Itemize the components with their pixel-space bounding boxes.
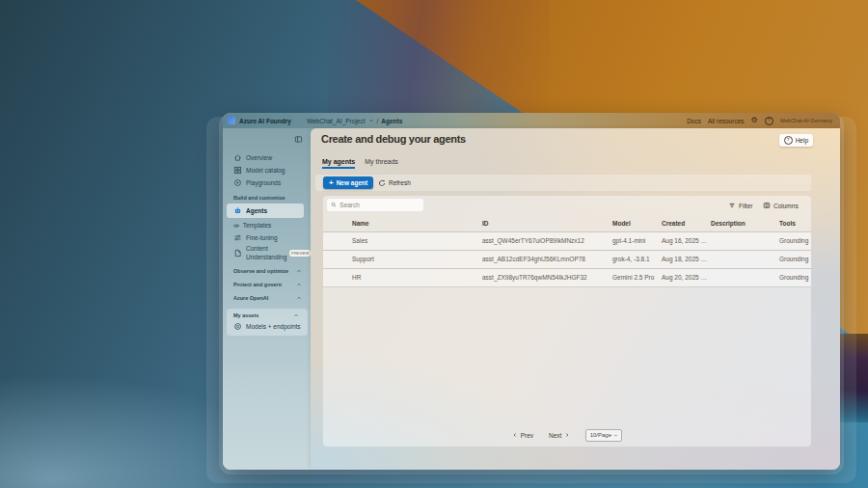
new-agent-button[interactable]: + New agent [323, 176, 373, 189]
next-page-button[interactable]: Next [549, 432, 570, 439]
chevron-down-icon [613, 433, 618, 438]
breadcrumb-project[interactable]: WebChat_AI_Project [307, 118, 366, 124]
sidebar-item-label: Content Understanding [246, 245, 285, 260]
sidebar-section-build-and-customize: Build and customize [223, 193, 311, 203]
code-icon: </> [233, 223, 239, 229]
agent-name: Sales [352, 232, 367, 250]
document-icon [233, 249, 242, 258]
breadcrumb: WebChat_AI_Project / Agents [307, 118, 402, 124]
page-title: Create and debug your agents [321, 133, 466, 145]
sidebar-nav: Overview Model catalog Playgrounds Build… [223, 151, 311, 336]
all-resources-link[interactable]: All resources [708, 118, 745, 124]
top-bar-right: Docs All resources ⚙ ? WebChat-AI-German… [687, 117, 840, 125]
sidebar-item-templates[interactable]: </> Templates [223, 219, 311, 231]
agent-id: asst_ZX98yuTR76qwMN54IkJHGF32 [482, 269, 587, 286]
chevron-right-icon [564, 432, 570, 438]
chevron-down-icon[interactable] [368, 118, 374, 123]
sidebar-item-playgrounds[interactable]: Playgrounds [223, 176, 311, 189]
table-row[interactable]: HR asst_ZX98yuTR76qwMN54IkJHGF32 Gemini … [323, 269, 811, 287]
collapse-sidebar-icon[interactable] [294, 135, 303, 144]
app-window: Azure AI Foundry WebChat_AI_Project / Ag… [223, 113, 840, 470]
refresh-button[interactable]: Refresh [378, 176, 411, 189]
sidebar-item-label: Agents [246, 207, 267, 214]
agent-model: Gemini 2.5 Pro [612, 269, 654, 286]
home-icon [233, 153, 242, 162]
chevron-left-icon [512, 432, 518, 438]
docs-link[interactable]: Docs [687, 118, 701, 124]
search-box[interactable] [327, 199, 423, 211]
app-name: Azure AI Foundry [239, 118, 291, 124]
preview-badge: PREVIEW [289, 250, 311, 257]
agent-name: HR [352, 269, 361, 286]
screen: Azure AI Foundry WebChat_AI_Project / Ag… [0, 0, 868, 488]
sidebar-item-overview[interactable]: Overview [223, 151, 311, 164]
agent-tools: Grounding [779, 232, 808, 250]
column-header-tools: Tools [779, 217, 796, 230]
agents-table-card: Filter Columns Name ID Model Created Des… [323, 196, 811, 447]
chevron-up-icon [296, 295, 302, 301]
settings-gear-icon[interactable]: ⚙ [751, 117, 758, 124]
sidebar-item-label: Templates [243, 222, 272, 229]
breadcrumb-page: Agents [381, 118, 402, 124]
sidebar-item-label: Fine-tuning [246, 234, 278, 241]
table-row[interactable]: Support asst_AB12cdEF34ghIJ56KLmnOP78 gr… [323, 251, 811, 268]
chevron-up-icon [293, 312, 299, 318]
sidebar: Overview Model catalog Playgrounds Build… [223, 128, 311, 470]
sidebar-item-label: Models + endpoints [246, 323, 301, 330]
breadcrumb-separator: / [377, 118, 379, 124]
tab-bar: My agents My threads [322, 158, 398, 169]
sidebar-section-observe-and-optimize[interactable]: Observe and optimize [223, 266, 311, 276]
sidebar-item-label: Model catalog [246, 167, 285, 174]
table-header-row: Name ID Model Created Description Tools [323, 217, 811, 230]
prev-page-button[interactable]: Prev [512, 432, 533, 439]
models-endpoints-icon [233, 322, 242, 331]
agent-tools: Grounding [779, 251, 808, 268]
filter-icon [728, 202, 736, 209]
search-icon [331, 202, 337, 208]
table-row[interactable]: Sales asst_QW45erTY67uiOP89IkMNzx12 gpt-… [323, 232, 811, 250]
catalog-grid-icon [233, 166, 242, 175]
sidebar-item-label: Overview [246, 154, 272, 161]
sidebar-section-azure-openai[interactable]: Azure OpenAI [223, 293, 311, 303]
agent-model: grok-4, -3.8.1 [612, 251, 650, 268]
columns-icon [763, 202, 771, 209]
column-header-description: Description [711, 217, 746, 230]
tab-my-agents[interactable]: My agents [322, 158, 355, 169]
chevron-up-icon [296, 282, 302, 287]
playground-play-icon [233, 178, 242, 187]
agent-id: asst_QW45erTY67uiOP89IkMNzx12 [482, 232, 584, 250]
sidebar-section-protect-and-govern[interactable]: Protect and govern [223, 280, 311, 289]
columns-button[interactable]: Columns [763, 200, 799, 211]
chevron-up-icon [296, 268, 302, 274]
page-size-select[interactable]: 10/Page [585, 429, 622, 442]
sidebar-item-models-endpoints[interactable]: Models + endpoints [227, 320, 308, 333]
agent-created: Aug 16, 2025 … [662, 232, 707, 250]
agent-id: asst_AB12cdEF34ghIJ56KLmnOP78 [482, 251, 585, 268]
tab-my-threads[interactable]: My threads [365, 158, 398, 169]
help-circle-icon[interactable]: ? [765, 117, 773, 125]
main-panel: Create and debug your agents ? Help My a… [311, 128, 840, 470]
filter-button[interactable]: Filter [728, 200, 752, 211]
column-header-name: Name [352, 217, 369, 230]
agent-robot-icon [233, 206, 242, 215]
agent-tools: Grounding [779, 269, 808, 286]
sliders-icon [233, 233, 242, 242]
help-button[interactable]: ? Help [779, 134, 813, 147]
azure-ai-foundry-logo-icon [228, 117, 235, 124]
top-bar: Azure AI Foundry WebChat_AI_Project / Ag… [223, 113, 840, 128]
agent-name: Support [352, 251, 374, 268]
sidebar-item-model-catalog[interactable]: Model catalog [223, 164, 311, 176]
wallpaper-purple-band [328, 0, 550, 116]
sidebar-section-my-assets[interactable]: My assets [227, 311, 308, 320]
account-label[interactable]: WebChat-AI-Germany [780, 118, 832, 123]
search-input[interactable] [339, 202, 420, 208]
agent-created: Aug 18, 2025 … [662, 251, 707, 268]
agent-created: Aug 20, 2025 … [662, 269, 707, 286]
agent-model: gpt-4.1-mini [612, 232, 645, 250]
sidebar-item-agents[interactable]: Agents [227, 203, 304, 218]
plus-icon: + [329, 179, 334, 187]
sidebar-item-fine-tuning[interactable]: Fine-tuning [223, 231, 311, 244]
my-assets-group: My assets Models + endpoints [227, 309, 308, 336]
column-header-model: Model [612, 217, 631, 230]
sidebar-item-content-understanding[interactable]: Content Understanding PREVIEW [223, 244, 311, 262]
